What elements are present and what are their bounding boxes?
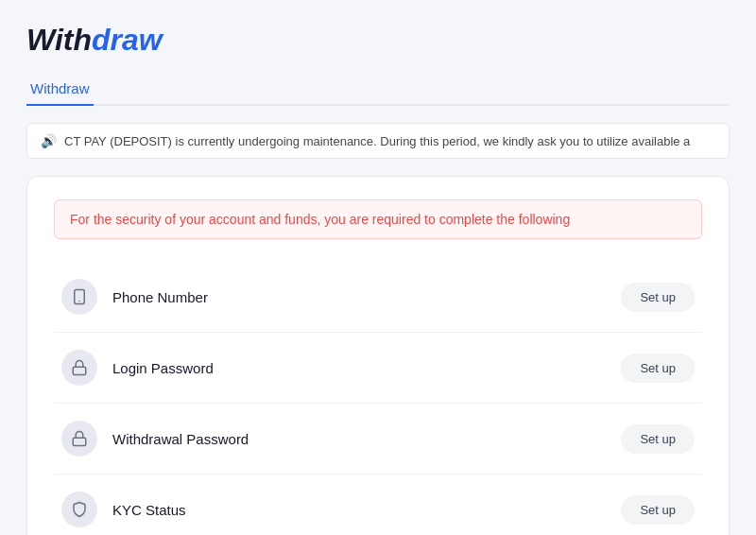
login-password-label: Login Password: [112, 360, 621, 376]
kyc-label: KYC Status: [112, 502, 621, 518]
title-part2: draw: [92, 23, 163, 57]
phone-setup-button[interactable]: Set up: [621, 283, 695, 312]
login-password-icon: [61, 350, 97, 386]
login-password-setup-button[interactable]: Set up: [621, 354, 695, 383]
kyc-setup-button[interactable]: Set up: [621, 495, 695, 525]
security-list: Phone Number Set up Login Password Set u…: [54, 262, 702, 535]
security-notice: For the security of your account and fun…: [54, 199, 702, 239]
withdrawal-password-label: Withdrawal Password: [112, 431, 621, 447]
phone-icon: [61, 279, 97, 315]
tab-withdraw[interactable]: Withdraw: [26, 73, 94, 104]
withdrawal-password-icon: [61, 421, 97, 457]
svg-rect-3: [73, 438, 86, 445]
list-item: KYC Status Set up: [54, 475, 702, 535]
speaker-icon: 🔊: [41, 133, 57, 148]
tab-bar: Withdraw: [26, 73, 730, 106]
withdrawal-password-setup-button[interactable]: Set up: [621, 424, 695, 454]
title-part1: With: [26, 23, 92, 57]
svg-rect-2: [73, 367, 86, 374]
announcement-text: CT PAY (DEPOSIT) is currently undergoing…: [64, 134, 690, 148]
list-item: Withdrawal Password Set up: [54, 404, 702, 475]
main-card: For the security of your account and fun…: [26, 176, 730, 535]
kyc-icon: [61, 492, 97, 527]
list-item: Phone Number Set up: [54, 262, 702, 333]
list-item: Login Password Set up: [54, 333, 702, 404]
announcement-bar: 🔊 CT PAY (DEPOSIT) is currently undergoi…: [26, 123, 730, 159]
phone-label: Phone Number: [112, 289, 621, 305]
page-title: Withdraw: [26, 23, 730, 58]
